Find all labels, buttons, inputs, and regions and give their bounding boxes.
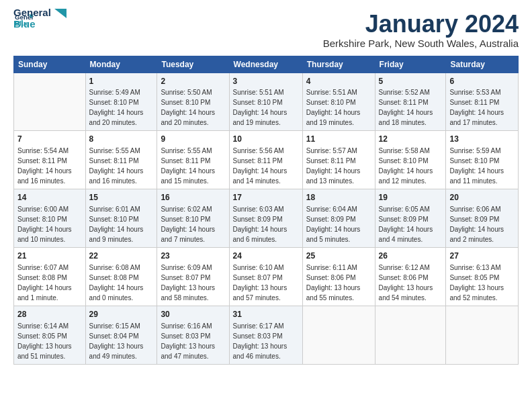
day-info: Sunrise: 5:51 AMSunset: 8:10 PMDaylight:… bbox=[233, 87, 299, 128]
table-row: 11Sunrise: 5:57 AMSunset: 8:11 PMDayligh… bbox=[302, 131, 375, 189]
day-info: Sunrise: 6:12 AMSunset: 8:06 PMDaylight:… bbox=[379, 263, 443, 303]
table-row: 4Sunrise: 5:51 AMSunset: 8:10 PMDaylight… bbox=[302, 73, 375, 131]
day-info: Sunrise: 6:14 AMSunset: 8:05 PMDaylight:… bbox=[17, 321, 82, 361]
day-info: Sunrise: 6:05 AMSunset: 8:09 PMDaylight:… bbox=[379, 204, 443, 244]
table-row: 24Sunrise: 6:10 AMSunset: 8:07 PMDayligh… bbox=[229, 247, 302, 306]
day-info: Sunrise: 6:01 AMSunset: 8:10 PMDaylight:… bbox=[89, 204, 154, 244]
table-row: 9Sunrise: 5:55 AMSunset: 8:11 PMDaylight… bbox=[157, 131, 229, 189]
logo-line1: General bbox=[13, 7, 51, 18]
day-info: Sunrise: 5:50 AMSunset: 8:10 PMDaylight:… bbox=[161, 87, 225, 128]
day-number: 16 bbox=[161, 192, 225, 203]
table-row: 15Sunrise: 6:01 AMSunset: 8:10 PMDayligh… bbox=[85, 189, 157, 248]
day-number: 4 bbox=[306, 76, 371, 87]
col-tuesday: Tuesday bbox=[157, 56, 229, 73]
day-info: Sunrise: 6:02 AMSunset: 8:10 PMDaylight:… bbox=[161, 204, 225, 244]
day-number: 10 bbox=[233, 134, 299, 145]
table-row: 17Sunrise: 6:03 AMSunset: 8:09 PMDayligh… bbox=[229, 189, 302, 248]
day-info: Sunrise: 5:51 AMSunset: 8:10 PMDaylight:… bbox=[306, 87, 371, 128]
calendar-week-row: 1Sunrise: 5:49 AMSunset: 8:10 PMDaylight… bbox=[14, 73, 519, 131]
day-number: 2 bbox=[161, 76, 225, 87]
table-row: 26Sunrise: 6:12 AMSunset: 8:06 PMDayligh… bbox=[375, 247, 446, 306]
table-row: 1Sunrise: 5:49 AMSunset: 8:10 PMDaylight… bbox=[85, 73, 157, 131]
table-row: 23Sunrise: 6:09 AMSunset: 8:07 PMDayligh… bbox=[157, 247, 229, 306]
day-info: Sunrise: 5:53 AMSunset: 8:11 PMDaylight:… bbox=[449, 87, 515, 128]
day-info: Sunrise: 6:08 AMSunset: 8:08 PMDaylight:… bbox=[89, 263, 154, 303]
day-info: Sunrise: 5:56 AMSunset: 8:11 PMDaylight:… bbox=[233, 146, 299, 186]
table-row bbox=[302, 306, 375, 364]
table-row: 28Sunrise: 6:14 AMSunset: 8:05 PMDayligh… bbox=[14, 306, 86, 364]
table-row: 31Sunrise: 6:17 AMSunset: 8:03 PMDayligh… bbox=[229, 306, 302, 364]
logo: General Blue General Blue bbox=[13, 11, 66, 30]
day-info: Sunrise: 6:07 AMSunset: 8:08 PMDaylight:… bbox=[17, 263, 82, 303]
calendar-week-row: 21Sunrise: 6:07 AMSunset: 8:08 PMDayligh… bbox=[14, 247, 519, 306]
table-row: 18Sunrise: 6:04 AMSunset: 8:09 PMDayligh… bbox=[302, 189, 375, 248]
day-info: Sunrise: 6:09 AMSunset: 8:07 PMDaylight:… bbox=[161, 263, 225, 303]
day-number: 29 bbox=[89, 309, 154, 320]
title-block: January 2024 Berkshire Park, New South W… bbox=[323, 11, 519, 49]
day-info: Sunrise: 6:00 AMSunset: 8:10 PMDaylight:… bbox=[17, 204, 82, 244]
day-info: Sunrise: 5:55 AMSunset: 8:11 PMDaylight:… bbox=[161, 146, 225, 186]
day-number: 12 bbox=[379, 134, 443, 145]
day-number: 18 bbox=[306, 192, 371, 203]
table-row bbox=[14, 73, 86, 131]
day-number: 26 bbox=[379, 250, 443, 262]
day-number: 3 bbox=[233, 76, 299, 87]
day-info: Sunrise: 6:13 AMSunset: 8:05 PMDaylight:… bbox=[449, 263, 515, 303]
svg-marker-3 bbox=[54, 9, 66, 18]
header: General Blue General Blue Jan bbox=[13, 11, 519, 49]
day-number: 14 bbox=[17, 192, 82, 203]
day-info: Sunrise: 5:49 AMSunset: 8:10 PMDaylight:… bbox=[89, 87, 154, 128]
table-row: 16Sunrise: 6:02 AMSunset: 8:10 PMDayligh… bbox=[157, 189, 229, 248]
page: General Blue General Blue Jan bbox=[0, 0, 532, 411]
table-row: 13Sunrise: 5:59 AMSunset: 8:10 PMDayligh… bbox=[446, 131, 519, 189]
day-number: 30 bbox=[161, 309, 225, 320]
day-number: 31 bbox=[233, 309, 299, 320]
day-number: 24 bbox=[233, 250, 299, 262]
day-number: 20 bbox=[449, 192, 515, 203]
table-row: 22Sunrise: 6:08 AMSunset: 8:08 PMDayligh… bbox=[85, 247, 157, 306]
day-info: Sunrise: 6:04 AMSunset: 8:09 PMDaylight:… bbox=[306, 204, 371, 244]
table-row: 10Sunrise: 5:56 AMSunset: 8:11 PMDayligh… bbox=[229, 131, 302, 189]
day-number: 5 bbox=[379, 76, 443, 87]
day-info: Sunrise: 5:54 AMSunset: 8:11 PMDaylight:… bbox=[17, 146, 82, 186]
day-number: 25 bbox=[306, 250, 371, 262]
calendar-week-row: 14Sunrise: 6:00 AMSunset: 8:10 PMDayligh… bbox=[14, 189, 519, 248]
day-info: Sunrise: 6:10 AMSunset: 8:07 PMDaylight:… bbox=[233, 263, 299, 303]
day-number: 7 bbox=[17, 134, 82, 145]
calendar-table: Sunday Monday Tuesday Wednesday Thursday… bbox=[13, 56, 519, 365]
table-row: 3Sunrise: 5:51 AMSunset: 8:10 PMDaylight… bbox=[229, 73, 302, 131]
col-thursday: Thursday bbox=[302, 56, 375, 73]
day-info: Sunrise: 6:17 AMSunset: 8:03 PMDaylight:… bbox=[233, 321, 299, 361]
col-monday: Monday bbox=[85, 56, 157, 73]
calendar-week-row: 7Sunrise: 5:54 AMSunset: 8:11 PMDaylight… bbox=[14, 131, 519, 189]
day-info: Sunrise: 6:03 AMSunset: 8:09 PMDaylight:… bbox=[233, 204, 299, 244]
col-saturday: Saturday bbox=[446, 56, 519, 73]
day-info: Sunrise: 5:52 AMSunset: 8:11 PMDaylight:… bbox=[379, 87, 443, 128]
day-info: Sunrise: 5:57 AMSunset: 8:11 PMDaylight:… bbox=[306, 146, 371, 186]
table-row: 19Sunrise: 6:05 AMSunset: 8:09 PMDayligh… bbox=[375, 189, 446, 248]
day-number: 11 bbox=[306, 134, 371, 145]
day-number: 8 bbox=[89, 134, 154, 145]
day-number: 23 bbox=[161, 250, 225, 262]
table-row: 6Sunrise: 5:53 AMSunset: 8:11 PMDaylight… bbox=[446, 73, 519, 131]
day-number: 17 bbox=[233, 192, 299, 203]
table-row: 8Sunrise: 5:55 AMSunset: 8:11 PMDaylight… bbox=[85, 131, 157, 189]
calendar-header-row: Sunday Monday Tuesday Wednesday Thursday… bbox=[14, 56, 519, 73]
day-number: 6 bbox=[449, 76, 515, 87]
day-number: 19 bbox=[379, 192, 443, 203]
col-friday: Friday bbox=[375, 56, 446, 73]
table-row bbox=[446, 306, 519, 364]
day-info: Sunrise: 6:11 AMSunset: 8:06 PMDaylight:… bbox=[306, 263, 371, 303]
table-row: 29Sunrise: 6:15 AMSunset: 8:04 PMDayligh… bbox=[85, 306, 157, 364]
calendar-week-row: 28Sunrise: 6:14 AMSunset: 8:05 PMDayligh… bbox=[14, 306, 519, 364]
day-number: 1 bbox=[89, 76, 154, 87]
day-number: 28 bbox=[17, 309, 82, 320]
table-row: 21Sunrise: 6:07 AMSunset: 8:08 PMDayligh… bbox=[14, 247, 86, 306]
day-number: 9 bbox=[161, 134, 225, 145]
table-row: 25Sunrise: 6:11 AMSunset: 8:06 PMDayligh… bbox=[302, 247, 375, 306]
table-row: 30Sunrise: 6:16 AMSunset: 8:03 PMDayligh… bbox=[157, 306, 229, 364]
day-number: 13 bbox=[449, 134, 515, 145]
table-row: 12Sunrise: 5:58 AMSunset: 8:10 PMDayligh… bbox=[375, 131, 446, 189]
col-sunday: Sunday bbox=[14, 56, 86, 73]
day-number: 15 bbox=[89, 192, 154, 203]
